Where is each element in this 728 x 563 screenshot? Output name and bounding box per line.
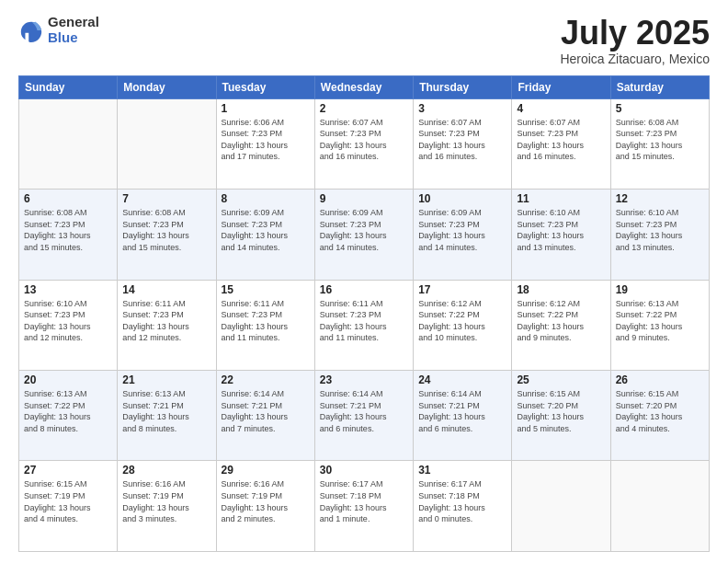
day-number: 31 [418, 464, 506, 477]
day-cell [512, 461, 610, 552]
day-cell: 28Sunrise: 6:16 AM Sunset: 7:19 PM Dayli… [118, 461, 216, 552]
day-cell: 9Sunrise: 6:09 AM Sunset: 7:23 PM Daylig… [314, 190, 413, 280]
day-number: 23 [320, 373, 408, 386]
day-number: 1 [222, 102, 310, 115]
day-number: 19 [616, 283, 704, 296]
day-number: 27 [24, 464, 112, 477]
day-info: Sunrise: 6:16 AM Sunset: 7:19 PM Dayligh… [122, 478, 210, 524]
day-number: 6 [24, 192, 112, 205]
day-info: Sunrise: 6:11 AM Sunset: 7:23 PM Dayligh… [122, 298, 210, 344]
day-info: Sunrise: 6:08 AM Sunset: 7:23 PM Dayligh… [122, 207, 210, 253]
title-block: July 2025 Heroica Zitacuaro, Mexico [560, 15, 710, 66]
day-info: Sunrise: 6:16 AM Sunset: 7:19 PM Dayligh… [222, 478, 310, 524]
day-cell: 20Sunrise: 6:13 AM Sunset: 7:22 PM Dayli… [19, 371, 118, 461]
day-cell: 27Sunrise: 6:15 AM Sunset: 7:19 PM Dayli… [19, 461, 118, 552]
week-row-5: 27Sunrise: 6:15 AM Sunset: 7:19 PM Dayli… [19, 461, 710, 552]
day-cell: 6Sunrise: 6:08 AM Sunset: 7:23 PM Daylig… [19, 190, 118, 280]
day-number: 20 [24, 373, 112, 386]
day-info: Sunrise: 6:12 AM Sunset: 7:22 PM Dayligh… [418, 298, 506, 344]
day-cell: 26Sunrise: 6:15 AM Sunset: 7:20 PM Dayli… [610, 371, 709, 461]
day-info: Sunrise: 6:15 AM Sunset: 7:20 PM Dayligh… [517, 388, 605, 434]
day-number: 26 [616, 373, 704, 386]
day-cell: 7Sunrise: 6:08 AM Sunset: 7:23 PM Daylig… [118, 190, 216, 280]
col-header-saturday: Saturday [610, 75, 709, 98]
day-number: 9 [320, 192, 408, 205]
day-cell [118, 98, 216, 189]
day-info: Sunrise: 6:17 AM Sunset: 7:18 PM Dayligh… [418, 478, 506, 524]
day-cell: 15Sunrise: 6:11 AM Sunset: 7:23 PM Dayli… [216, 280, 314, 370]
day-info: Sunrise: 6:13 AM Sunset: 7:22 PM Dayligh… [24, 388, 112, 434]
day-info: Sunrise: 6:10 AM Sunset: 7:23 PM Dayligh… [616, 207, 704, 253]
day-cell: 31Sunrise: 6:17 AM Sunset: 7:18 PM Dayli… [414, 461, 512, 552]
day-info: Sunrise: 6:07 AM Sunset: 7:23 PM Dayligh… [418, 117, 506, 163]
day-cell: 30Sunrise: 6:17 AM Sunset: 7:18 PM Dayli… [314, 461, 413, 552]
week-row-1: 1Sunrise: 6:06 AM Sunset: 7:23 PM Daylig… [19, 98, 710, 189]
day-cell: 18Sunrise: 6:12 AM Sunset: 7:22 PM Dayli… [512, 280, 610, 370]
day-cell: 17Sunrise: 6:12 AM Sunset: 7:22 PM Dayli… [414, 280, 512, 370]
day-cell: 2Sunrise: 6:07 AM Sunset: 7:23 PM Daylig… [314, 98, 413, 189]
day-cell: 12Sunrise: 6:10 AM Sunset: 7:23 PM Dayli… [610, 190, 709, 280]
day-number: 24 [418, 373, 506, 386]
day-info: Sunrise: 6:17 AM Sunset: 7:18 PM Dayligh… [320, 478, 408, 524]
day-info: Sunrise: 6:10 AM Sunset: 7:23 PM Dayligh… [24, 298, 112, 344]
day-info: Sunrise: 6:11 AM Sunset: 7:23 PM Dayligh… [320, 298, 408, 344]
calendar: SundayMondayTuesdayWednesdayThursdayFrid… [18, 75, 710, 552]
day-number: 4 [517, 102, 605, 115]
main-title: July 2025 [560, 15, 710, 52]
day-number: 22 [222, 373, 310, 386]
day-info: Sunrise: 6:14 AM Sunset: 7:21 PM Dayligh… [222, 388, 310, 434]
day-number: 17 [418, 283, 506, 296]
day-cell: 4Sunrise: 6:07 AM Sunset: 7:23 PM Daylig… [512, 98, 610, 189]
day-cell [19, 98, 118, 189]
day-number: 2 [320, 102, 408, 115]
day-number: 12 [616, 192, 704, 205]
logo-text: General Blue [48, 15, 99, 45]
logo-general: General [48, 15, 99, 30]
day-cell: 3Sunrise: 6:07 AM Sunset: 7:23 PM Daylig… [414, 98, 512, 189]
day-info: Sunrise: 6:09 AM Sunset: 7:23 PM Dayligh… [418, 207, 506, 253]
day-info: Sunrise: 6:12 AM Sunset: 7:22 PM Dayligh… [517, 298, 605, 344]
col-header-monday: Monday [118, 75, 216, 98]
day-number: 14 [122, 283, 210, 296]
day-cell: 5Sunrise: 6:08 AM Sunset: 7:23 PM Daylig… [610, 98, 709, 189]
day-info: Sunrise: 6:07 AM Sunset: 7:23 PM Dayligh… [517, 117, 605, 163]
day-info: Sunrise: 6:09 AM Sunset: 7:23 PM Dayligh… [320, 207, 408, 253]
day-cell: 25Sunrise: 6:15 AM Sunset: 7:20 PM Dayli… [512, 371, 610, 461]
day-number: 29 [222, 464, 310, 477]
day-cell: 13Sunrise: 6:10 AM Sunset: 7:23 PM Dayli… [19, 280, 118, 370]
header-row: SundayMondayTuesdayWednesdayThursdayFrid… [19, 75, 710, 98]
day-number: 15 [222, 283, 310, 296]
day-cell: 23Sunrise: 6:14 AM Sunset: 7:21 PM Dayli… [314, 371, 413, 461]
col-header-thursday: Thursday [414, 75, 512, 98]
day-cell: 11Sunrise: 6:10 AM Sunset: 7:23 PM Dayli… [512, 190, 610, 280]
day-cell: 21Sunrise: 6:13 AM Sunset: 7:21 PM Dayli… [118, 371, 216, 461]
header: General Blue July 2025 Heroica Zitacuaro… [18, 15, 710, 66]
day-info: Sunrise: 6:09 AM Sunset: 7:23 PM Dayligh… [222, 207, 310, 253]
day-cell: 8Sunrise: 6:09 AM Sunset: 7:23 PM Daylig… [216, 190, 314, 280]
day-info: Sunrise: 6:15 AM Sunset: 7:20 PM Dayligh… [616, 388, 704, 434]
logo-icon [18, 17, 44, 43]
day-cell: 29Sunrise: 6:16 AM Sunset: 7:19 PM Dayli… [216, 461, 314, 552]
day-number: 7 [122, 192, 210, 205]
day-number: 10 [418, 192, 506, 205]
week-row-3: 13Sunrise: 6:10 AM Sunset: 7:23 PM Dayli… [19, 280, 710, 370]
col-header-wednesday: Wednesday [314, 75, 413, 98]
day-info: Sunrise: 6:14 AM Sunset: 7:21 PM Dayligh… [418, 388, 506, 434]
day-cell: 10Sunrise: 6:09 AM Sunset: 7:23 PM Dayli… [414, 190, 512, 280]
week-row-4: 20Sunrise: 6:13 AM Sunset: 7:22 PM Dayli… [19, 371, 710, 461]
day-cell: 24Sunrise: 6:14 AM Sunset: 7:21 PM Dayli… [414, 371, 512, 461]
day-number: 30 [320, 464, 408, 477]
day-number: 25 [517, 373, 605, 386]
day-number: 11 [517, 192, 605, 205]
day-cell [610, 461, 709, 552]
day-cell: 14Sunrise: 6:11 AM Sunset: 7:23 PM Dayli… [118, 280, 216, 370]
day-info: Sunrise: 6:13 AM Sunset: 7:22 PM Dayligh… [616, 298, 704, 344]
day-number: 5 [616, 102, 704, 115]
day-info: Sunrise: 6:06 AM Sunset: 7:23 PM Dayligh… [222, 117, 310, 163]
day-info: Sunrise: 6:13 AM Sunset: 7:21 PM Dayligh… [122, 388, 210, 434]
day-info: Sunrise: 6:07 AM Sunset: 7:23 PM Dayligh… [320, 117, 408, 163]
logo: General Blue [18, 15, 99, 45]
logo-blue: Blue [48, 30, 99, 46]
day-number: 13 [24, 283, 112, 296]
day-info: Sunrise: 6:14 AM Sunset: 7:21 PM Dayligh… [320, 388, 408, 434]
